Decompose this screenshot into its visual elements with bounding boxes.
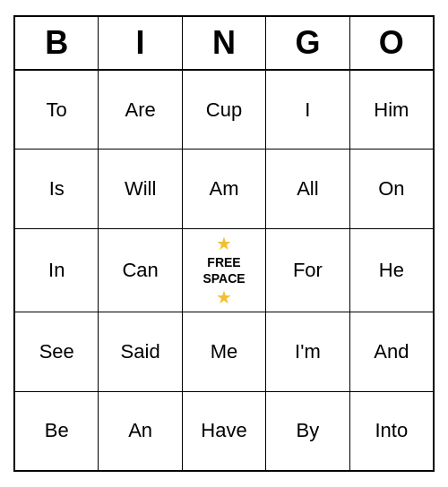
bingo-cell-4-1: An bbox=[99, 392, 182, 470]
bingo-cell-2-0: In bbox=[15, 229, 99, 312]
bingo-row-1: IsWillAmAllOn bbox=[15, 150, 433, 228]
star-top: ★ bbox=[216, 233, 232, 254]
bingo-row-3: SeeSaidMeI'mAnd bbox=[15, 312, 433, 391]
bingo-cell-3-2: Me bbox=[183, 312, 266, 390]
bingo-row-0: ToAreCupIHim bbox=[15, 71, 433, 150]
bingo-cell-2-3: For bbox=[266, 229, 349, 312]
bingo-cell-3-0: See bbox=[15, 312, 99, 390]
header-letter-b: B bbox=[15, 17, 99, 69]
free-space-label: FREESPACE bbox=[202, 254, 245, 286]
bingo-cell-3-3: I'm bbox=[266, 312, 349, 390]
bingo-cell-0-0: To bbox=[15, 71, 99, 149]
bingo-cell-0-4: Him bbox=[350, 71, 433, 149]
bingo-body: ToAreCupIHimIsWillAmAllOnInCan★FREESPACE… bbox=[15, 71, 433, 470]
bingo-cell-3-1: Said bbox=[99, 312, 182, 390]
bingo-row-4: BeAnHaveByInto bbox=[15, 392, 433, 470]
header-letter-n: N bbox=[183, 17, 266, 69]
bingo-cell-3-4: And bbox=[350, 312, 433, 390]
header-letter-g: G bbox=[266, 17, 349, 69]
bingo-row-2: InCan★FREESPACE★ForHe bbox=[15, 229, 433, 312]
bingo-cell-4-2: Have bbox=[183, 392, 266, 470]
bingo-cell-1-3: All bbox=[266, 150, 349, 227]
header-letter-i: I bbox=[99, 17, 182, 69]
bingo-cell-0-2: Cup bbox=[183, 71, 266, 149]
bingo-cell-2-2: ★FREESPACE★ bbox=[183, 229, 266, 312]
bingo-cell-4-0: Be bbox=[15, 392, 99, 470]
star-bottom: ★ bbox=[216, 286, 232, 308]
bingo-cell-2-1: Can bbox=[99, 229, 182, 312]
bingo-cell-1-2: Am bbox=[183, 150, 266, 227]
bingo-cell-0-1: Are bbox=[99, 71, 182, 149]
bingo-cell-1-4: On bbox=[350, 150, 433, 227]
bingo-cell-4-4: Into bbox=[350, 392, 433, 470]
bingo-cell-4-3: By bbox=[266, 392, 349, 470]
bingo-cell-1-0: Is bbox=[15, 150, 99, 227]
bingo-cell-2-4: He bbox=[350, 229, 433, 312]
bingo-cell-1-1: Will bbox=[99, 150, 182, 227]
bingo-cell-0-3: I bbox=[266, 71, 349, 149]
bingo-header: BINGO bbox=[15, 17, 433, 71]
header-letter-o: O bbox=[350, 17, 433, 69]
bingo-card: BINGO ToAreCupIHimIsWillAmAllOnInCan★FRE… bbox=[13, 15, 435, 472]
